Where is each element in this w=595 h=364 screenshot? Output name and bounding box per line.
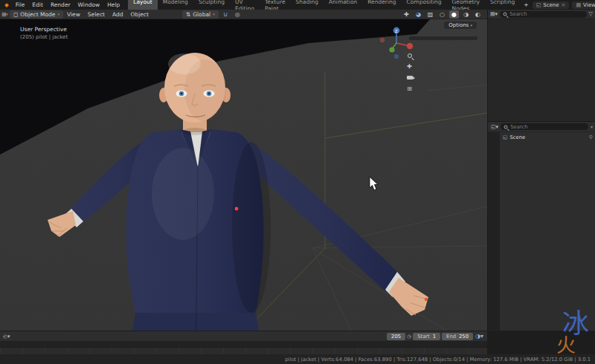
menu-render[interactable]: Render xyxy=(47,1,74,8)
menu-help[interactable]: Help xyxy=(103,1,123,8)
object-origin-dot xyxy=(235,207,239,211)
outliner-editor-icon[interactable]: ▤▾ xyxy=(490,11,498,17)
pan-icon[interactable]: ✚ xyxy=(405,62,414,71)
mode-dropdown[interactable]: ◻Object Mode▾ xyxy=(10,10,63,19)
outliner-header: ▤▾ Search ▽ xyxy=(488,10,595,19)
viewport-menu-object[interactable]: Object xyxy=(126,11,152,18)
current-frame-field[interactable]: 205 xyxy=(387,333,405,340)
overlays-toggle-icon[interactable]: ◕ xyxy=(414,10,423,19)
shading-wireframe-icon[interactable]: ○ xyxy=(437,10,447,19)
context-label: (205) pilot | jacket xyxy=(20,33,68,41)
view-label: User Perspective xyxy=(20,26,68,33)
viewlayer-icon: ▤ xyxy=(576,2,581,8)
outliner: ▤▾ Search ▽ xyxy=(487,10,595,121)
add-workspace-button[interactable]: + xyxy=(520,1,532,8)
status-bar: pilot | jacket | Verts:64,084 | Faces:63… xyxy=(0,354,595,364)
viewlayer-selector[interactable]: ▤ViewLayer✕ xyxy=(572,1,595,9)
blender-logo-icon[interactable]: ◆ xyxy=(0,1,12,8)
watermark-orange: 火 xyxy=(556,330,576,357)
viewport-menu-select[interactable]: Select xyxy=(84,11,109,18)
properties-header: ◱▾ Search ▾ xyxy=(488,122,595,132)
menu-edit[interactable]: Edit xyxy=(28,1,47,8)
options-button[interactable]: Options ▾ xyxy=(444,22,477,29)
outliner-search-input[interactable]: Search xyxy=(500,11,586,18)
menu-window[interactable]: Window xyxy=(74,1,104,8)
properties-body: ◱ Scene ⚲ xyxy=(500,132,595,331)
n-panel xyxy=(409,36,477,40)
3d-viewport[interactable]: Z User Perspective (205) pilot | jacket … xyxy=(0,19,487,331)
svg-text:Z: Z xyxy=(395,29,398,33)
status-stats: pilot | jacket | Verts:64,084 | Faces:63… xyxy=(285,357,591,363)
frame-end-field[interactable]: End250 xyxy=(442,333,473,340)
properties-tabs xyxy=(488,132,500,331)
mouse-cursor xyxy=(370,177,378,190)
scene-icon: ◱ xyxy=(536,2,541,8)
timeline-track[interactable] xyxy=(0,348,487,354)
orientation-icon: ⇅ xyxy=(186,11,190,18)
filter-icon[interactable]: ▽ xyxy=(589,11,593,17)
zoom-icon[interactable] xyxy=(405,51,414,60)
scene-selector[interactable]: ◱Scene✕ xyxy=(533,1,570,9)
menu-file[interactable]: File xyxy=(12,1,29,8)
scene-breadcrumb-icon: ◱ xyxy=(503,134,507,140)
camera-view-icon[interactable] xyxy=(405,73,414,82)
properties-editor-icon[interactable]: ◱▾ xyxy=(491,124,498,130)
breadcrumb: ◱ Scene ⚲ xyxy=(500,132,595,142)
orientation-dropdown[interactable]: ⇅Global▾ xyxy=(182,10,219,19)
viewport-header: ⊞▾ ◻Object Mode▾ ViewSelectAddObject ⇅Gl… xyxy=(0,10,487,19)
topbar: ◆ FileEditRenderWindowHelp LayoutModelin… xyxy=(0,0,595,10)
viewport-menu-add[interactable]: Add xyxy=(109,11,127,18)
pin-icon[interactable]: ⚲ xyxy=(589,134,593,140)
frame-start-field[interactable]: Start1 xyxy=(413,333,440,340)
shading-material-icon[interactable]: ◑ xyxy=(461,10,471,19)
xray-toggle-icon[interactable]: ▨ xyxy=(425,10,435,19)
timeline-editor-icon[interactable]: ◴▾ xyxy=(0,334,13,339)
perspective-toggle-icon[interactable]: ⊞ xyxy=(405,84,414,94)
timeline-view-icon[interactable]: ◑▾ xyxy=(475,332,484,340)
viewport-info: User Perspective (205) pilot | jacket xyxy=(20,26,68,41)
proportional-editing-icon[interactable]: ◎ xyxy=(233,10,242,19)
shading-solid-icon[interactable]: ● xyxy=(449,10,459,19)
gizmos-toggle-icon[interactable]: ✚ xyxy=(402,10,411,19)
properties-editor: ◱▾ Search ▾ ◱ Scene ⚲ 冰 火 xyxy=(487,121,595,331)
shading-rendered-icon[interactable]: ◐ xyxy=(473,10,483,19)
keying-icon[interactable]: ◷ xyxy=(407,334,411,339)
properties-search-input[interactable]: Search xyxy=(501,123,588,130)
snapping-magnet-icon[interactable]: ∪ xyxy=(221,10,231,19)
timeline: ◴▾ 205 ◷ Start1 End250 ◑▾ xyxy=(0,331,487,354)
object-mode-icon: ◻ xyxy=(13,11,18,18)
viewport-menu-view[interactable]: View xyxy=(63,11,84,18)
timeline-header: ◴▾ 205 ◷ Start1 End250 ◑▾ xyxy=(0,331,487,341)
timeline-ruler[interactable] xyxy=(0,341,487,348)
editor-type-selector[interactable]: ⊞▾ xyxy=(0,10,10,19)
